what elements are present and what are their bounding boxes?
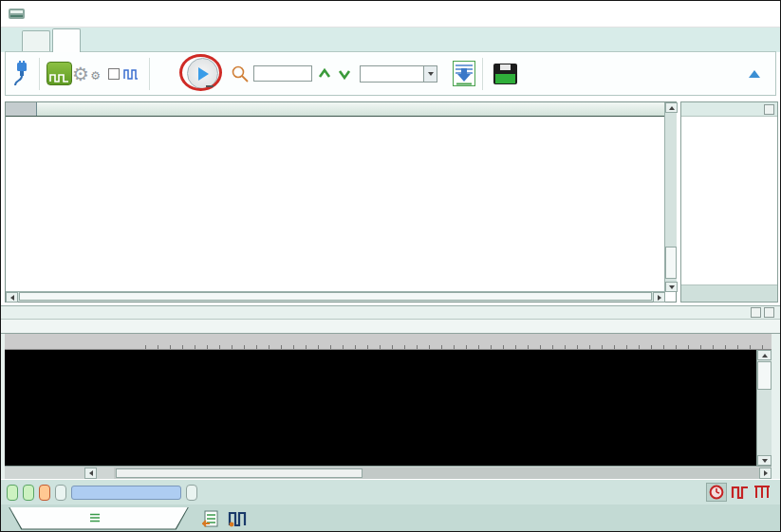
- search-prev-button[interactable]: [317, 66, 332, 82]
- wave-scroll-up-button[interactable]: [757, 350, 772, 360]
- search-input[interactable]: [253, 65, 312, 82]
- bottom-tab-bar: [1, 504, 780, 532]
- protocol-badge: [39, 485, 50, 501]
- detail-close-icon[interactable]: [764, 104, 774, 115]
- toolbar-separator: [149, 58, 150, 90]
- waveform-glyph-icon: [123, 68, 139, 80]
- search-next-button[interactable]: [337, 66, 352, 82]
- waveform-view-button[interactable]: [228, 510, 247, 527]
- measurement-group: [702, 483, 774, 502]
- wave-scroll-down-button[interactable]: [757, 455, 772, 466]
- usb-connect-button[interactable]: [11, 61, 32, 87]
- vscroll-thumb[interactable]: [665, 247, 677, 279]
- waveform-help-icon[interactable]: [751, 307, 761, 318]
- tab-capture[interactable]: [52, 28, 81, 52]
- ribbon-tab-row: [1, 28, 780, 52]
- waveform-vscrollbar[interactable]: [756, 350, 772, 466]
- wave-scroll-right-button[interactable]: [759, 468, 772, 479]
- marker-flag-row: [1, 320, 780, 334]
- table-corner-cell: [6, 102, 37, 116]
- scroll-left-button[interactable]: [6, 292, 18, 303]
- packet-count-badge: [7, 485, 18, 501]
- table-header: [6, 102, 676, 117]
- table-vscrollbar[interactable]: [664, 102, 677, 292]
- toolbar: ⚙⚙: [5, 51, 776, 96]
- bus-icon: [46, 62, 72, 85]
- run-tooltip: [206, 85, 214, 87]
- wave-hscroll-thumb[interactable]: [116, 468, 363, 478]
- report-view-button[interactable]: [202, 510, 218, 527]
- status-bar: [1, 480, 780, 504]
- small-gear-icon: ⚙: [90, 62, 101, 90]
- floppy-shutter: [500, 64, 511, 70]
- waveform-footer: [5, 466, 772, 479]
- search-field-dropdown[interactable]: [360, 65, 437, 83]
- collapse-toolbar-button[interactable]: [749, 70, 760, 78]
- toolbar-separator: [482, 58, 483, 90]
- packet-table: [5, 101, 677, 303]
- pulse-measure-button[interactable]: [731, 484, 750, 501]
- save-csv-button[interactable]: [493, 64, 517, 84]
- scroll-right-button[interactable]: [653, 292, 665, 303]
- toolbar-separator: [39, 58, 40, 90]
- dropdown-button[interactable]: [423, 66, 437, 82]
- time-ruler: [5, 334, 772, 350]
- app-window: ⚙⚙: [0, 0, 781, 532]
- scroll-up-button[interactable]: [665, 102, 678, 113]
- clock-icon: [709, 485, 724, 500]
- capture-time-badge: [55, 485, 66, 501]
- table-hscrollbar[interactable]: [6, 291, 665, 302]
- close-button[interactable]: [738, 2, 780, 27]
- waveform-channels: [5, 350, 756, 466]
- burst-measure-button[interactable]: [753, 484, 774, 501]
- wave-hscrollbar[interactable]: [114, 468, 759, 479]
- csv-icon-label: [495, 74, 515, 83]
- chevron-down-icon: [428, 72, 434, 76]
- settings-gears-button[interactable]: ⚙⚙: [72, 60, 101, 88]
- tab-file[interactable]: [22, 30, 50, 52]
- connection-status-badge: [23, 485, 34, 501]
- usb-plug-icon: [11, 61, 32, 87]
- document-tab[interactable]: [9, 507, 189, 530]
- timing-clock-button[interactable]: [706, 483, 727, 502]
- detail-panel: [680, 101, 778, 303]
- wave-scroll-left-button[interactable]: [84, 468, 97, 479]
- app-logo-icon: [9, 8, 25, 20]
- waveform-panel: [1, 305, 780, 479]
- minimize-button[interactable]: [655, 2, 697, 27]
- ruler-ticks: [145, 345, 772, 349]
- table-rows: [6, 117, 676, 293]
- search-icon[interactable]: [231, 64, 250, 83]
- waveform-checkbox[interactable]: [108, 68, 120, 80]
- maximize-button[interactable]: [697, 2, 738, 27]
- detail-content: [681, 117, 777, 285]
- export-download-button[interactable]: [453, 61, 475, 86]
- progress-bar: [71, 486, 181, 500]
- waveform-close-icon[interactable]: [764, 307, 774, 318]
- hscroll-thumb[interactable]: [19, 292, 652, 301]
- wave-vscroll-thumb[interactable]: [757, 361, 772, 390]
- title-bar: [1, 1, 780, 28]
- document-list-icon: [89, 512, 101, 523]
- play-icon: [198, 67, 209, 81]
- serial-number-badge: [186, 485, 197, 501]
- detail-tabs: [681, 285, 777, 302]
- bus-settings-button[interactable]: [46, 62, 72, 85]
- scroll-down-button[interactable]: [665, 282, 678, 292]
